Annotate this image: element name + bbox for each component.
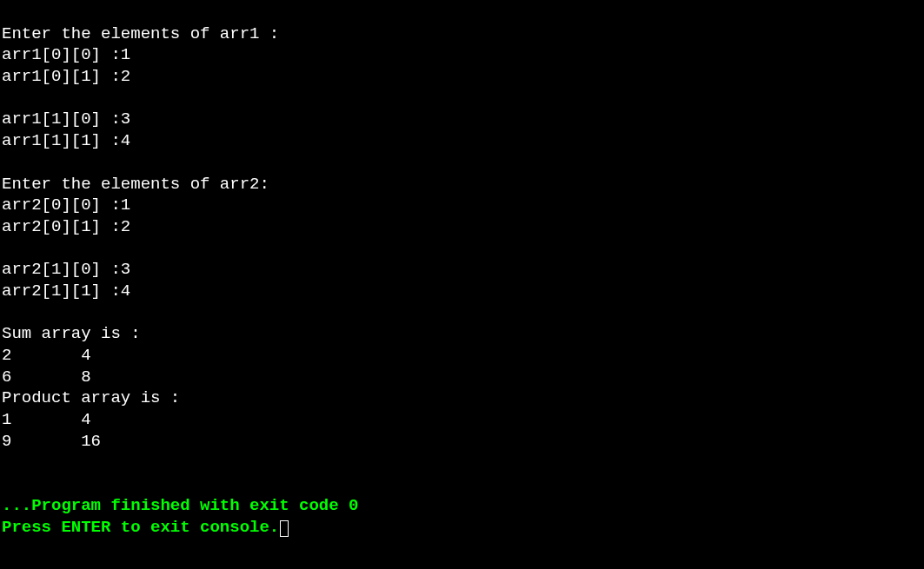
- arr2-input-line: arr2[1][1] :4: [2, 281, 130, 301]
- arr1-input-line: arr1[0][0] :1: [2, 45, 130, 64]
- arr2-input-line: arr2[0][0] :1: [2, 195, 130, 215]
- arr1-input-line: arr1[1][1] :4: [2, 131, 130, 150]
- arr2-input-line: arr2[0][1] :2: [2, 217, 130, 236]
- arr1-input-line: arr1[0][1] :2: [2, 67, 130, 86]
- cursor-icon: [280, 520, 289, 537]
- product-row: 9 16: [2, 432, 101, 451]
- arr1-input-line: arr1[1][0] :3: [2, 109, 130, 129]
- press-enter-prompt: Press ENTER to exit console.: [2, 518, 279, 537]
- prompt-arr1: Enter the elements of arr1 :: [2, 24, 279, 43]
- product-header: Product array is :: [2, 388, 180, 407]
- product-row: 1 4: [2, 410, 91, 429]
- sum-row: 6 8: [2, 367, 91, 387]
- prompt-arr2: Enter the elements of arr2:: [2, 175, 269, 194]
- sum-row: 2 4: [2, 346, 91, 365]
- terminal-output[interactable]: Enter the elements of arr1 : arr1[0][0] …: [2, 2, 922, 538]
- sum-header: Sum array is :: [2, 324, 141, 343]
- arr2-input-line: arr2[1][0] :3: [2, 260, 130, 279]
- exit-message: ...Program finished with exit code 0: [2, 496, 358, 515]
